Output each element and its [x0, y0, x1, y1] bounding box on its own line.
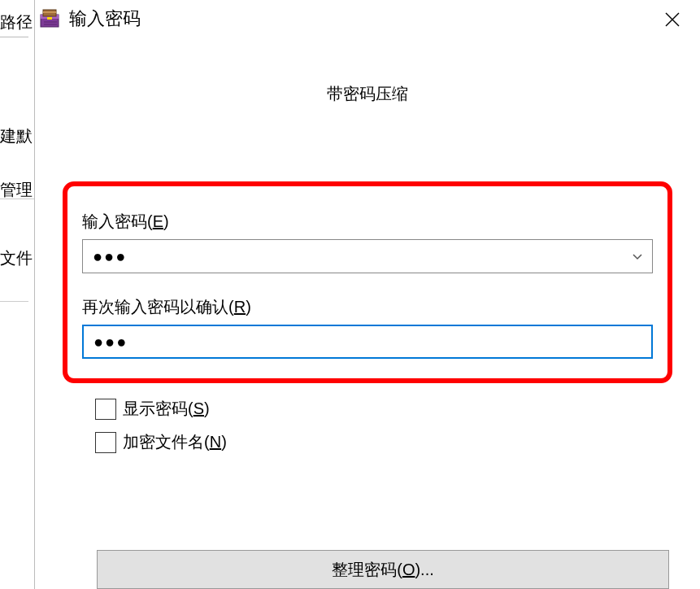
bg-label-file: 文件 [0, 247, 33, 269]
password-input[interactable] [83, 240, 623, 273]
encrypt-filenames-label: 加密文件名(N) [123, 431, 227, 453]
show-password-checkbox[interactable] [95, 399, 116, 420]
close-button[interactable] [653, 5, 692, 34]
password-label: 输入密码(E) [82, 211, 653, 233]
winrar-icon [38, 7, 61, 30]
organize-passwords-label: 整理密码(O)... [332, 559, 434, 581]
bg-label-manage: 管理 [0, 179, 33, 201]
password-dialog: 输入密码 带密码压缩 输入密码(E) 再次输入密码以确 [34, 0, 700, 589]
password-dropdown-button[interactable] [623, 240, 652, 273]
dialog-subtitle: 带密码压缩 [63, 83, 672, 105]
bg-label-default: 建默 [0, 125, 33, 147]
confirm-password-label: 再次输入密码以确认(R) [82, 296, 653, 318]
show-password-row: 显示密码(S) [95, 398, 672, 420]
confirm-password-input[interactable] [82, 325, 653, 359]
dialog-body: 带密码压缩 输入密码(E) 再次输入密码以确认(R) 显示密码(S) [35, 83, 700, 453]
encrypt-filenames-row: 加密文件名(N) [95, 431, 672, 453]
encrypt-filenames-checkbox[interactable] [95, 432, 116, 453]
titlebar: 输入密码 [35, 0, 700, 37]
show-password-label: 显示密码(S) [123, 398, 210, 420]
bg-divider [0, 199, 37, 199]
svg-rect-3 [43, 11, 56, 13]
dialog-title: 输入密码 [69, 7, 141, 31]
close-icon [664, 11, 680, 28]
highlight-annotation: 输入密码(E) 再次输入密码以确认(R) [63, 181, 672, 383]
organize-passwords-button[interactable]: 整理密码(O)... [97, 550, 669, 589]
chevron-down-icon [631, 250, 644, 263]
svg-rect-4 [47, 17, 52, 20]
password-combobox[interactable] [82, 239, 653, 273]
bg-label-path: 路径 [0, 11, 33, 33]
bg-divider [0, 37, 28, 37]
bg-divider [0, 301, 28, 302]
